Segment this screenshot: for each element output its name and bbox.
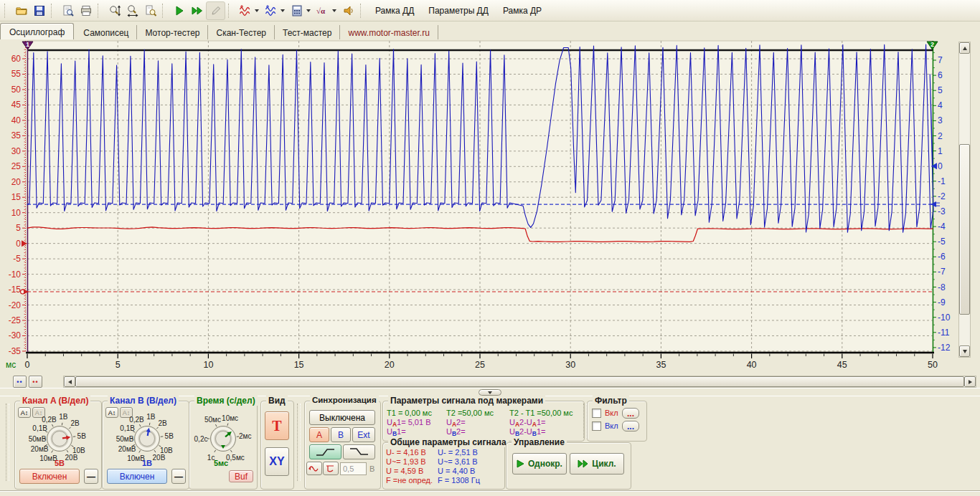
time-view-button[interactable]: T [265,411,289,440]
sync-source-ext-button[interactable]: Ext [352,427,375,442]
scroll-up-button[interactable] [959,42,970,54]
sync-source-b-button[interactable]: B [331,427,351,442]
channel-a-stat: F =не опред. [386,476,433,485]
channel-b-invert-button[interactable]: — [171,469,186,484]
panel-grip[interactable] [297,404,301,481]
sync-level-mode-button[interactable] [323,462,339,475]
calculator-dropdown-icon[interactable] [306,9,311,12]
sync-source-a-button[interactable]: A [309,427,329,442]
tab-website[interactable]: www.motor-master.ru [340,25,438,39]
frame-dr-button[interactable]: Рамка ДР [496,3,549,19]
waveform-plot[interactable]: 605550454035302520151050-5-10-15-20-25-3… [0,39,957,376]
knob-scale-label: 2В [158,419,166,426]
play-icon [173,4,186,17]
run-control-group: Управление Однокр. Цикл. [506,442,631,490]
sync-rising-edge-button[interactable] [309,444,341,459]
channel-a-power-button[interactable]: Включен [19,469,80,484]
single-run-button[interactable]: Однокр. [512,453,567,474]
channel-b-stat: U = 4,40 В [438,467,475,475]
print-button[interactable] [77,2,95,19]
tab-motor-tester[interactable]: Мотор-тестер [137,25,208,39]
channel-a-autorange-button[interactable]: A↕ [18,407,31,418]
open-button[interactable] [12,2,30,19]
tab-recorder[interactable]: Самописец [75,25,137,39]
tab-scan-tester[interactable]: Скан-Тестер [208,25,275,39]
frame-dd-button[interactable]: Рамка ДД [368,3,421,19]
knob-scale-label: 20В [65,454,78,462]
zoom-reset-button[interactable] [141,2,159,19]
x-axis-tick-label: 10 [203,360,213,370]
collapse-panel-button[interactable] [479,389,501,396]
right-axis-tick-label: -9 [938,297,946,307]
edit-button[interactable] [206,1,225,20]
knob-scale-label: 10мс [222,414,238,421]
math-dropdown-icon[interactable] [332,9,336,12]
horizontal-scrollbar[interactable] [63,376,976,388]
run-single-button[interactable] [170,2,188,19]
zoom-vertical-button[interactable] [105,2,123,19]
filter-a-checkbox[interactable] [592,409,601,418]
tab-oscilloscope[interactable]: Осциллограф [0,23,74,39]
vertical-scroll-thumb[interactable] [959,144,970,315]
channel-b-wave-settings-button[interactable] [262,2,280,19]
channel-a-wave-dropdown-icon[interactable] [255,9,259,12]
left-axis-tick-label: 60 [11,54,22,64]
left-axis-tick-label: 15 [11,192,22,202]
sync-off-button[interactable]: Выключена [309,410,375,425]
channel-a-invert-button[interactable]: — [84,469,98,484]
run-cyclic-button[interactable] [188,2,206,19]
calculator-button[interactable] [288,2,306,19]
vertical-scrollbar[interactable] [958,42,971,358]
oscilloscope-app: { "toolbar":{"buttons":["Рамка ДД","Пара… [0,0,980,496]
print-preview-icon [62,4,75,17]
channel-b-trace-options-button[interactable]: •• [13,376,27,388]
filter-b-checkbox[interactable] [592,421,601,431]
channel-b-power-button[interactable]: Включен [107,469,167,484]
tab-test-master[interactable]: Тест-мастер [275,25,340,39]
right-axis-tick-label: -4 [938,221,946,232]
left-axis-tick-label: 40 [11,115,22,125]
right-axis-tick-label: -8 [938,282,946,292]
print-preview-button[interactable] [59,2,77,19]
right-axis-tick-label: 4 [938,100,943,110]
right-axis-tick-label: -6 [938,252,946,262]
filter-a-settings-button[interactable]: ... [622,408,639,419]
xy-view-button[interactable]: XY [265,447,289,476]
channel-a-wave-settings-button[interactable] [236,2,254,19]
right-axis-tick-label: -5 [938,237,946,247]
common-params-group: Общие параметры сигнала U- = 4,16 ВU~= 1… [382,442,505,490]
right-axis-tick-label: -12 [938,343,951,353]
scroll-down-button[interactable] [959,345,970,357]
svg-text:2: 2 [930,41,934,48]
channel-b-title: Канал B (В/дел) [108,396,179,406]
x-axis-tick-label: 45 [837,360,847,370]
sound-button[interactable] [339,2,357,19]
right-axis-tick-label: 3 [938,115,943,125]
scroll-left-button[interactable] [64,376,75,387]
blue-wave-icon [265,4,278,17]
scroll-right-button[interactable] [964,376,976,387]
math-function-button[interactable]: √α [314,2,331,19]
channel-b-wave-dropdown-icon[interactable] [281,9,285,12]
cyclic-run-button[interactable]: Цикл. [570,453,624,474]
run-control-title: Управление [512,437,567,447]
fast-forward-icon [191,4,204,17]
horizontal-scroll-thumb[interactable] [75,376,964,387]
sync-level-input[interactable] [340,462,367,475]
params-dd-button[interactable]: Параметры ДД [421,3,496,19]
knob-scale-label: 0,1В [32,424,47,432]
save-button[interactable] [30,2,48,19]
svg-text:√α: √α [316,6,326,15]
channel-a-trace-options-button[interactable]: •• [29,376,42,388]
x-axis-tick-label: 50 [928,360,938,370]
sync-mode-wave-button[interactable] [306,462,322,475]
left-axis-tick-label: 45 [11,100,22,110]
sync-falling-edge-button[interactable] [343,444,375,459]
panel-grip[interactable] [6,404,9,481]
left-axis-tick-label: 10 [11,208,22,218]
channel-a-stat: U- = 4,16 В [386,448,426,457]
buffer-button[interactable]: Buf [229,470,253,482]
channel-b-autorange-button[interactable]: A↕ [105,407,118,418]
filter-b-settings-button[interactable]: ... [622,421,639,431]
zoom-horizontal-button[interactable] [123,2,141,19]
